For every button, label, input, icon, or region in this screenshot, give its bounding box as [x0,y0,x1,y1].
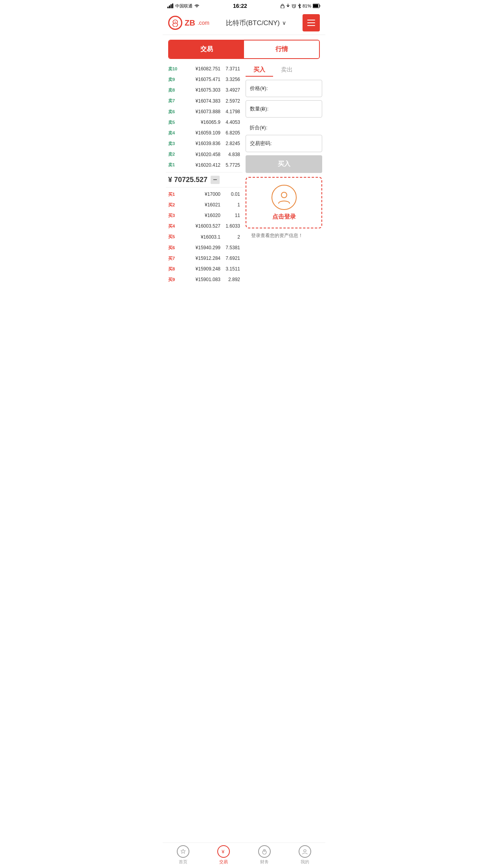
sell-order-row[interactable]: 卖3 ¥16039.836 2.8245 [166,138,242,149]
price-field: 价格(¥): [246,80,322,97]
battery-label: 81% [303,4,311,8]
svg-rect-1 [169,6,170,8]
sell-label: 卖4 [168,130,179,137]
trade-panel: 买入 卖出 价格(¥): 数量(Ƀ): 折合(¥): 交易密码: [246,64,322,285]
buy-sell-tabs: 买入 卖出 [246,64,322,77]
buy-order-row[interactable]: 买1 ¥17000 0.01 [166,189,242,200]
sell-price: ¥16073.888 [179,108,220,116]
sell-tab[interactable]: 卖出 [273,64,301,77]
asset-info: 登录查看您的资产信息！ [246,228,322,241]
mid-price-row: ¥ 70725.527 − [166,172,242,188]
logo-icon: 2 [168,16,182,30]
sell-qty: 6.8205 [220,129,240,137]
buy-label: 买2 [168,202,179,209]
buy-qty: 3.1511 [220,265,240,273]
logo-text: ZB [185,18,195,28]
buy-order-row[interactable]: 买3 ¥16020 11 [166,210,242,221]
chevron-down-icon: ∨ [282,20,286,26]
buy-qty: 7.5381 [220,244,240,252]
qty-label: 数量(Ƀ): [250,105,268,112]
main-content: 卖10 ¥16082.751 7.3711 卖9 ¥16075.471 3.32… [163,64,325,285]
sell-price: ¥16065.9 [179,119,220,126]
sell-qty: 4.838 [220,151,240,158]
sell-qty: 4.1798 [220,108,240,116]
buy-qty: 11 [220,212,240,219]
pair-label: 比特币(BTC/CNY) [226,18,280,28]
sell-label: 卖7 [168,97,179,105]
sell-label: 卖6 [168,108,179,116]
person-icon [272,185,297,210]
sell-order-row[interactable]: 卖4 ¥16059.109 6.8205 [166,128,242,138]
sell-label: 卖3 [168,140,179,147]
buy-order-row[interactable]: 买2 ¥16021 1 [166,200,242,210]
sell-qty: 2.8245 [220,140,240,147]
buy-order-row[interactable]: 买4 ¥16003.527 1.6033 [166,221,242,232]
buy-label: 买5 [168,234,179,241]
buy-label: 买7 [168,255,179,262]
password-field: 交易密码: [246,135,322,152]
sell-order-row[interactable]: 卖1 ¥16020.412 5.7725 [166,160,242,171]
total-row: 折合(¥): [246,121,322,135]
header: 2 ZB.com 比特币(BTC/CNY) ∨ [163,11,325,35]
buy-label: 买6 [168,245,179,252]
buy-price: ¥17000 [179,191,220,198]
svg-point-9 [281,192,287,198]
buy-order-row[interactable]: 买7 ¥15912.284 7.6921 [166,253,242,264]
svg-rect-4 [281,6,284,8]
sell-qty: 7.3711 [220,65,240,73]
buy-label: 买1 [168,191,179,198]
header-title[interactable]: 比特币(BTC/CNY) ∨ [226,18,286,28]
sell-order-row[interactable]: 卖8 ¥16075.303 3.4927 [166,85,242,96]
buy-price: ¥15912.284 [179,255,220,262]
svg-rect-0 [167,7,169,8]
login-text[interactable]: 点击登录 [272,213,296,221]
login-prompt[interactable]: 点击登录 [246,177,322,228]
buy-qty: 2.892 [220,276,240,283]
buy-price: ¥16021 [179,201,220,209]
sell-order-row[interactable]: 卖6 ¥16073.888 4.1798 [166,107,242,117]
buy-label: 买9 [168,276,179,283]
mid-price-direction: − [211,176,220,184]
sell-order-row[interactable]: 卖9 ¥16075.471 3.3256 [166,74,242,85]
menu-icon [307,22,315,23]
status-right: 81% [281,4,321,8]
svg-rect-3 [172,4,173,8]
sell-qty: 4.4053 [220,119,240,126]
buy-qty: 7.6921 [220,255,240,262]
status-left: 中国联通 [167,3,200,9]
menu-button[interactable] [303,14,320,31]
password-input[interactable] [272,141,325,147]
mid-price-value: ¥ 70725.527 [168,176,207,184]
tab-trade[interactable]: 交易 [169,40,244,58]
sell-label: 卖10 [168,66,179,73]
sell-price: ¥16074.383 [179,97,220,105]
password-label: 交易密码: [250,140,272,147]
tab-market[interactable]: 行情 [244,40,319,58]
sell-price: ¥16075.303 [179,86,220,94]
buy-tab[interactable]: 买入 [246,64,273,77]
sell-order-row[interactable]: 卖2 ¥16020.458 4.838 [166,149,242,160]
buy-qty: 0.01 [220,191,240,198]
buy-order-row[interactable]: 买8 ¥15909.248 3.1511 [166,264,242,274]
sell-price: ¥16020.412 [179,162,220,169]
sell-order-row[interactable]: 卖5 ¥16065.9 4.4053 [166,117,242,128]
sell-price: ¥16059.109 [179,129,220,137]
buy-qty: 1.6033 [220,223,240,230]
svg-text:2: 2 [174,21,176,25]
price-input[interactable] [268,85,326,93]
buy-price: ¥15901.083 [179,276,220,283]
buy-price: ¥15909.248 [179,265,220,273]
svg-rect-2 [171,4,172,8]
sell-label: 卖8 [168,87,179,94]
status-bar: 中国联通 16:22 81% [163,0,325,11]
buy-order-row[interactable]: 买6 ¥15940.299 7.5381 [166,243,242,253]
buy-order-row[interactable]: 买9 ¥15901.083 2.892 [166,274,242,285]
buy-price: ¥16020 [179,212,220,219]
sell-order-row[interactable]: 卖10 ¥16082.751 7.3711 [166,64,242,74]
sell-label: 卖1 [168,162,179,169]
sell-order-row[interactable]: 卖7 ¥16074.383 2.5972 [166,96,242,107]
buy-button[interactable]: 买入 [246,155,322,173]
buy-order-row[interactable]: 买5 ¥16003.1 2 [166,232,242,243]
sell-price: ¥16082.751 [179,65,220,73]
qty-input[interactable] [268,105,325,113]
